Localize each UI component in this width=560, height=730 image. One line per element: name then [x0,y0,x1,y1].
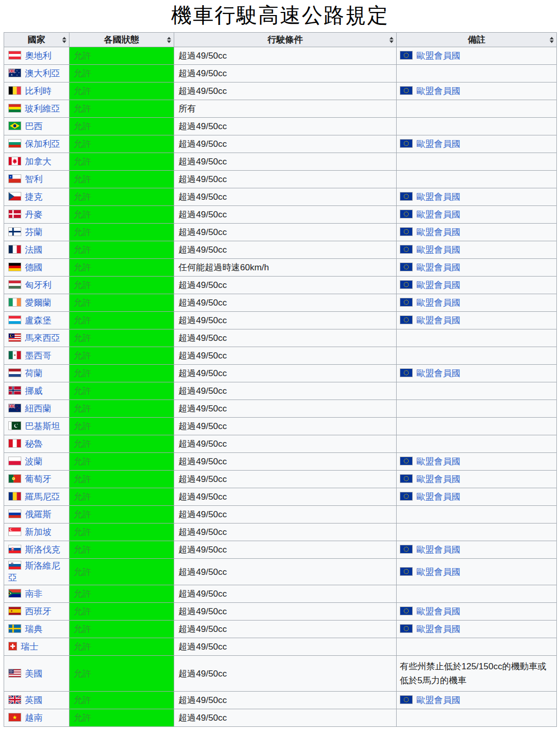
country-link[interactable]: 西班牙 [25,607,51,616]
country-link[interactable]: 斯洛伐克 [25,545,60,555]
sort-icon [389,37,394,43]
sort-icon [167,37,171,43]
status-cell: 允許 [69,621,174,638]
table-row: 西班牙允許超過49/50cc歐盟會員國 [4,603,557,621]
note-cell: 歐盟會員國 [397,559,557,585]
condition-cell: 超過49/50cc [174,400,397,418]
status-cell: 允許 [69,488,174,506]
country-link[interactable]: 挪威 [25,386,43,396]
country-link[interactable]: 法國 [25,245,43,255]
country-link[interactable]: 英國 [25,695,43,705]
table-row: 智利允許超過49/50cc [4,171,557,188]
country-link[interactable]: 匈牙利 [25,280,51,290]
country-link[interactable]: 芬蘭 [25,227,43,237]
country-link[interactable]: 比利時 [25,86,51,96]
table-row: 葡萄牙允許超過49/50cc歐盟會員國 [4,471,557,488]
country-link[interactable]: 秘魯 [25,439,43,449]
eu-member-link[interactable]: 歐盟會員國 [416,624,460,634]
country-link[interactable]: 玻利維亞 [25,104,60,114]
flag-usa-icon [8,669,21,678]
eu-member-link[interactable]: 歐盟會員國 [416,263,460,272]
flag-bulgaria-icon [8,139,21,148]
eu-member-link[interactable]: 歐盟會員國 [416,245,460,255]
country-cell: 捷克 [4,188,69,206]
condition-cell: 超過49/50cc [174,312,397,329]
status-cell: 允許 [69,347,174,365]
table-row: 斯洛伐克允許超過49/50cc歐盟會員國 [4,541,557,559]
country-link[interactable]: 瑞典 [25,624,43,634]
country-link[interactable]: 瑞士 [21,642,38,652]
table-row: 墨西哥允許超過49/50cc [4,347,557,365]
country-link[interactable]: 紐西蘭 [25,404,51,414]
country-link[interactable]: 丹麥 [25,210,43,219]
table-row: 瑞士允許超過49/50cc [4,638,557,656]
eu-member-link[interactable]: 歐盟會員國 [416,607,460,616]
status-cell: 允許 [69,82,174,100]
flag-bolivia-icon [8,104,21,113]
country-link[interactable]: 巴西 [25,121,43,131]
country-link[interactable]: 愛爾蘭 [25,298,51,308]
country-cell: 挪威 [4,382,69,400]
country-link[interactable]: 越南 [25,713,43,723]
country-link[interactable]: 馬來西亞 [25,333,60,343]
country-link[interactable]: 葡萄牙 [25,474,51,484]
eu-member-link[interactable]: 歐盟會員國 [416,474,460,484]
eu-member-link[interactable]: 歐盟會員國 [416,139,460,149]
country-link[interactable]: 奧地利 [25,51,51,61]
country-link[interactable]: 俄羅斯 [25,509,51,519]
eu-flag-icon [400,298,413,307]
eu-member-link[interactable]: 歐盟會員國 [416,210,460,219]
flag-switzerland-icon [8,642,17,651]
flag-ireland-icon [8,298,21,307]
flag-finland-icon [8,227,21,236]
eu-member-link[interactable]: 歐盟會員國 [416,280,460,290]
status-cell: 允許 [69,47,174,65]
eu-member-link[interactable]: 歐盟會員國 [416,567,460,577]
eu-member-link[interactable]: 歐盟會員國 [416,492,460,502]
condition-cell: 超過49/50cc [174,541,397,559]
status-cell: 允許 [69,506,174,524]
eu-member-link[interactable]: 歐盟會員國 [416,298,460,308]
table-row: 丹麥允許超過49/50cc歐盟會員國 [4,206,557,224]
country-link[interactable]: 德國 [25,263,43,272]
eu-flag-icon [400,474,413,483]
country-link[interactable]: 巴基斯坦 [25,421,60,431]
country-link[interactable]: 加拿大 [25,157,51,167]
country-link[interactable]: 荷蘭 [25,368,43,378]
table-row: 法國允許超過49/50cc歐盟會員國 [4,241,557,259]
country-link[interactable]: 美國 [25,669,43,679]
header-status[interactable]: 各國狀態 [69,33,174,47]
status-cell: 允許 [69,471,174,488]
eu-member-link[interactable]: 歐盟會員國 [416,51,460,61]
country-link[interactable]: 羅馬尼亞 [25,492,60,502]
header-status-label: 各國狀態 [104,35,139,45]
table-row: 南非允許超過49/50cc [4,585,557,603]
condition-cell: 超過49/50cc [174,638,397,656]
eu-flag-icon [400,315,413,324]
status-cell: 允許 [69,418,174,435]
note-cell: 歐盟會員國 [397,312,557,329]
country-link[interactable]: 新加坡 [25,527,51,537]
country-link[interactable]: 澳大利亞 [25,68,60,78]
eu-member-link[interactable]: 歐盟會員國 [416,368,460,378]
eu-member-link[interactable]: 歐盟會員國 [416,695,460,705]
header-condition[interactable]: 行駛條件 [174,33,397,47]
country-link[interactable]: 捷克 [25,192,43,202]
condition-cell: 超過49/50cc [174,488,397,506]
header-country[interactable]: 國家 [4,33,69,47]
country-link[interactable]: 南非 [25,589,43,599]
eu-member-link[interactable]: 歐盟會員國 [416,545,460,555]
eu-member-link[interactable]: 歐盟會員國 [416,192,460,202]
country-link[interactable]: 智利 [25,174,43,184]
country-link[interactable]: 保加利亞 [25,139,60,149]
eu-member-link[interactable]: 歐盟會員國 [416,227,460,237]
eu-member-link[interactable]: 歐盟會員國 [416,86,460,96]
eu-member-link[interactable]: 歐盟會員國 [416,315,460,325]
country-link[interactable]: 波蘭 [25,457,43,466]
eu-flag-icon [400,624,413,633]
header-notes[interactable]: 備註 [397,33,557,47]
country-link[interactable]: 盧森堡 [25,315,51,325]
eu-member-link[interactable]: 歐盟會員國 [416,457,460,466]
country-link[interactable]: 墨西哥 [25,351,51,361]
note-cell [397,171,557,188]
